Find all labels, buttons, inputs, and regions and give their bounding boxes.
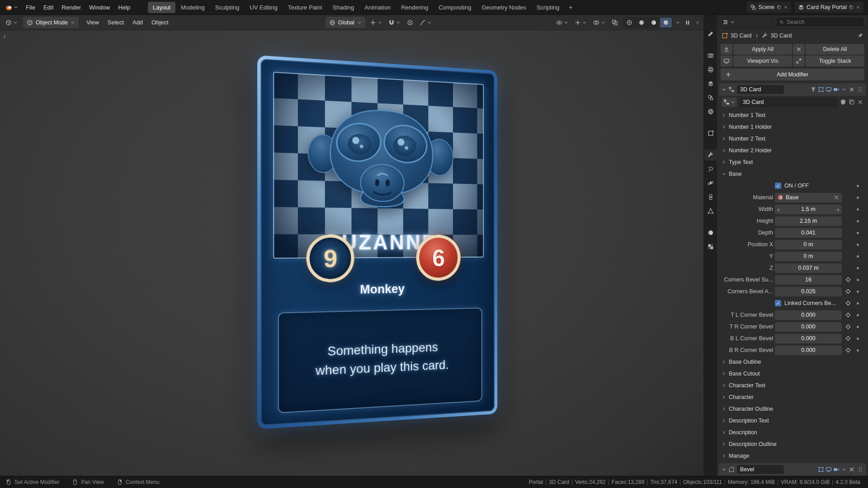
copy-node-group-icon[interactable] [849, 99, 855, 105]
value-field-y[interactable]: 0 m [775, 252, 842, 261]
toggle-stack-icon-button[interactable] [793, 56, 805, 66]
panel-section-number-2-holder[interactable]: Number 2 Holder [717, 145, 868, 156]
panel-section-number-1-holder[interactable]: Number 1 Holder [717, 121, 868, 133]
animate-dot[interactable] [857, 279, 859, 281]
workspace-tab-animation[interactable]: Animation [359, 2, 396, 13]
properties-editor-type-button[interactable] [721, 18, 736, 27]
properties-tab-world[interactable] [704, 106, 717, 117]
viewport-menu-add[interactable]: Add [128, 17, 147, 28]
unlink-node-group-icon[interactable] [857, 99, 863, 105]
orientation-dropdown[interactable]: Global [326, 17, 365, 28]
toggle-stack-button[interactable]: Toggle Stack [806, 56, 864, 66]
workspace-tab-compositing[interactable]: Compositing [434, 2, 476, 13]
panel-section-manage[interactable]: Manage [717, 450, 868, 462]
pivot-point-button[interactable] [368, 18, 384, 27]
keydeco-icon[interactable] [845, 277, 851, 283]
properties-tab-tool[interactable] [704, 28, 717, 39]
value-field-width[interactable]: ‹1.5 m› [775, 205, 842, 214]
panel-section-number-1-text[interactable]: Number 1 Text [717, 109, 868, 121]
render-display-icon[interactable] [833, 466, 840, 473]
value-field-b-r-corner-bevel[interactable]: 0.000 [775, 346, 842, 355]
workspace-tab-texture-paint[interactable]: Texture Paint [283, 2, 327, 13]
properties-tab-physics[interactable] [704, 178, 717, 188]
properties-tab-object[interactable] [704, 128, 717, 139]
workspace-tab-sculpting[interactable]: Sculpting [210, 2, 244, 13]
viewport-vis-icon-button[interactable] [721, 56, 732, 66]
workspace-tab-scripting[interactable]: Scripting [532, 2, 565, 13]
value-field-t-r-corner-bevel[interactable]: 0.000 [775, 322, 842, 332]
new-scene-icon[interactable] [777, 5, 781, 9]
filter-icon[interactable] [810, 86, 816, 93]
animate-dot[interactable] [857, 197, 859, 199]
proportional-edit-button[interactable] [405, 18, 415, 27]
pause-button[interactable] [683, 18, 693, 27]
breadcrumb-modifier[interactable]: 3D Card [771, 33, 792, 39]
decrement-arrow[interactable]: ‹ [778, 205, 779, 214]
keydeco-icon[interactable] [845, 324, 851, 330]
viewport-menu-view[interactable]: View [82, 17, 103, 28]
search-box[interactable] [776, 17, 864, 27]
add-workspace-button[interactable]: + [565, 2, 576, 13]
node-group-browse-button[interactable] [722, 98, 737, 107]
value-field-t-l-corner-bevel[interactable]: 0.000 [775, 310, 842, 320]
panel-section-base[interactable]: Base [717, 168, 868, 180]
viewport-menu-object[interactable]: Object [147, 17, 173, 28]
menu-window[interactable]: Window [85, 2, 114, 13]
drag-handle-icon[interactable] [857, 466, 863, 473]
animate-dot[interactable] [857, 185, 859, 187]
shading-rendered-button[interactable] [660, 18, 672, 28]
properties-tab-texture[interactable] [704, 241, 717, 252]
fake-user-icon[interactable] [840, 99, 846, 105]
delete-all-button[interactable]: Delete All [806, 44, 864, 55]
view-layer-selector[interactable]: Card Ray Portal [795, 2, 863, 13]
snap-magnet-button[interactable] [387, 18, 402, 27]
falloff-button[interactable] [418, 18, 434, 27]
add-modifier-button[interactable]: Add Modifier [721, 69, 864, 80]
animate-dot[interactable] [857, 349, 859, 352]
edit-mode-display-icon[interactable] [818, 86, 824, 93]
viewport-menu-select[interactable]: Select [104, 17, 128, 28]
workspace-tab-uv-editing[interactable]: UV Editing [245, 2, 282, 13]
menu-edit[interactable]: Edit [39, 2, 57, 13]
animate-dot[interactable] [857, 267, 859, 269]
pin-icon[interactable] [857, 33, 863, 39]
value-field-z[interactable]: 0.037 m [775, 263, 842, 273]
panel-section-character-outline[interactable]: Character Outline [717, 403, 868, 415]
properties-tab-material[interactable] [704, 227, 717, 238]
value-field-corners-bevel-su[interactable]: 16 [775, 275, 842, 285]
shading-material-preview-button[interactable] [648, 18, 660, 28]
new-view-layer-icon[interactable] [849, 5, 854, 9]
eye-button[interactable] [554, 18, 570, 27]
properties-tab-scene[interactable] [704, 92, 717, 103]
workspace-tab-modeling[interactable]: Modeling [176, 2, 210, 13]
properties-tab-output[interactable] [704, 64, 717, 75]
workspace-tab-shading[interactable]: Shading [328, 2, 359, 13]
menu-help[interactable]: Help [114, 2, 134, 13]
keydeco-icon[interactable] [845, 347, 851, 353]
blender-logo-icon[interactable] [5, 3, 13, 11]
value-field-b-l-corner-bevel[interactable]: 0.000 [775, 334, 842, 343]
search-input[interactable] [787, 19, 850, 25]
properties-tab-view-layer[interactable] [704, 78, 717, 89]
panel-section-character[interactable]: Character [717, 391, 868, 403]
modifier-name-input[interactable] [737, 85, 784, 94]
animate-dot[interactable] [857, 326, 859, 328]
keydeco-icon[interactable] [845, 300, 851, 306]
properties-tab-constraints[interactable] [704, 192, 717, 202]
shading-wire-button[interactable] [623, 18, 635, 28]
animate-dot[interactable] [857, 232, 859, 234]
animate-dot[interactable] [857, 338, 859, 340]
properties-tab-particles[interactable] [704, 164, 717, 174]
animate-dot[interactable] [857, 244, 859, 246]
mode-dropdown[interactable]: Object Mode [23, 17, 79, 28]
workspace-tab-rendering[interactable]: Rendering [396, 2, 433, 13]
value-field-height[interactable]: 2.15 m [775, 216, 842, 226]
keydeco-icon[interactable] [845, 312, 851, 318]
gizmo-button[interactable] [573, 18, 589, 27]
node-group-name-field[interactable]: 3D Card [739, 98, 838, 107]
animate-dot[interactable] [857, 291, 859, 293]
realtime-display-icon[interactable] [826, 466, 832, 473]
keydeco-icon[interactable] [845, 288, 851, 295]
properties-tab-object-data[interactable] [704, 206, 717, 216]
panel-section-number-2-text[interactable]: Number 2 Text [717, 133, 868, 145]
